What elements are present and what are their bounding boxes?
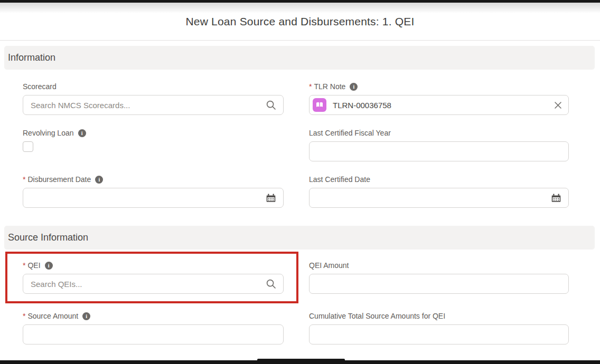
revolving-loan-label-row: Revolving Loan i [23, 128, 284, 138]
tlr-note-field: * TLR Note i TLRN-00036758 [309, 81, 569, 115]
clear-icon[interactable] [554, 101, 562, 109]
cumulative-total-label-row: Cumulative Total Source Amounts for QEI [309, 311, 569, 321]
page-title: New Loan Source and Disbursements: 1. QE… [185, 15, 414, 28]
form-row: * Disbursement Date i [23, 174, 569, 208]
required-marker: * [23, 175, 25, 184]
section-title: Source Information [8, 232, 88, 243]
form-row: * Source Amount i Cumulative Total Sourc… [23, 311, 569, 344]
section-title: Information [8, 52, 55, 63]
source-amount-field: * Source Amount i [23, 311, 284, 344]
info-icon[interactable]: i [350, 83, 358, 91]
scorecard-label-row: Scorecard [23, 81, 284, 92]
window-bottom-edge [0, 360, 600, 364]
information-section-body: Scorecard * TLR Note i [0, 81, 600, 208]
info-icon[interactable]: i [45, 262, 53, 270]
search-icon[interactable] [265, 278, 277, 290]
tlr-note-label-row: * TLR Note i [309, 81, 569, 92]
search-icon[interactable] [265, 99, 277, 111]
form-row: Revolving Loan i Last Certified Fiscal Y… [23, 128, 569, 161]
source-amount-label-row: * Source Amount i [23, 311, 284, 321]
revolving-loan-checkbox[interactable] [23, 141, 33, 152]
last-certified-fiscal-year-input[interactable] [309, 141, 569, 161]
cumulative-total-input[interactable] [309, 324, 569, 344]
last-certified-fiscal-year-label: Last Certified Fiscal Year [309, 129, 391, 137]
source-amount-input[interactable] [23, 324, 284, 344]
revolving-loan-field: Revolving Loan i [23, 128, 284, 161]
info-icon[interactable]: i [78, 129, 86, 137]
section-header-information: Information [4, 46, 595, 70]
required-marker: * [23, 312, 25, 320]
last-certified-date-input[interactable] [309, 188, 569, 208]
tlr-note-label: TLR Note [314, 82, 345, 91]
scorecard-field: Scorecard [23, 81, 284, 115]
qei-amount-label: QEI Amount [309, 261, 349, 270]
disbursement-date-label: Disbursement Date [27, 175, 91, 184]
last-certified-date-field: Last Certified Date [309, 174, 569, 208]
info-icon[interactable]: i [82, 312, 90, 320]
tlr-note-value: TLRN-00036758 [333, 101, 391, 110]
calendar-icon[interactable] [265, 192, 277, 204]
form-row: * QEI i QEI Amount [23, 260, 569, 294]
section-header-source-information: Source Information [4, 226, 595, 250]
disbursement-date-label-row: * Disbursement Date i [23, 174, 284, 185]
required-marker: * [309, 82, 312, 91]
required-marker: * [23, 261, 25, 270]
last-certified-date-label-row: Last Certified Date [309, 174, 569, 185]
disbursement-date-input[interactable] [23, 188, 284, 208]
disbursement-date-field: * Disbursement Date i [23, 174, 284, 208]
tlr-note-selected-pill[interactable]: TLRN-00036758 [309, 95, 569, 115]
qei-label: QEI [27, 261, 40, 270]
qei-search-input[interactable] [23, 274, 284, 294]
qei-label-row: * QEI i [23, 260, 284, 271]
cumulative-total-label: Cumulative Total Source Amounts for QEI [309, 312, 445, 320]
source-amount-label: Source Amount [27, 312, 78, 320]
qei-field: * QEI i [23, 260, 284, 294]
form-row: Scorecard * TLR Note i [23, 81, 569, 115]
qei-amount-input[interactable] [309, 274, 569, 294]
modal-header: New Loan Source and Disbursements: 1. QE… [0, 3, 600, 41]
qei-amount-field: QEI Amount [309, 260, 569, 294]
last-certified-fiscal-year-field: Last Certified Fiscal Year [309, 128, 569, 161]
tlr-note-record-badge [313, 98, 326, 112]
info-icon[interactable]: i [95, 176, 103, 184]
qei-amount-label-row: QEI Amount [309, 260, 569, 271]
source-information-section-body: * QEI i QEI Amount * Source Amount [0, 260, 600, 344]
cumulative-total-source-amounts-field: Cumulative Total Source Amounts for QEI [309, 311, 569, 344]
calendar-icon[interactable] [550, 192, 562, 204]
last-certified-fiscal-year-label-row: Last Certified Fiscal Year [309, 128, 569, 138]
last-certified-date-label: Last Certified Date [309, 175, 370, 184]
scorecard-label: Scorecard [23, 82, 57, 91]
book-icon [315, 101, 324, 109]
revolving-loan-label: Revolving Loan [23, 129, 74, 137]
scorecard-search-input[interactable] [23, 95, 284, 115]
